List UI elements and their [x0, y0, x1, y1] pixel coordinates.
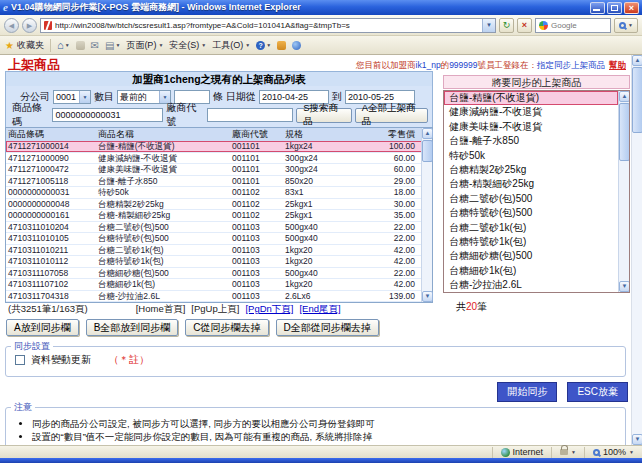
- all-products-button[interactable]: A全部上架商品: [355, 108, 428, 123]
- home-page-label: [Home首頁]: [136, 303, 186, 316]
- page-down-link[interactable]: [PgDn下頁]: [245, 303, 293, 316]
- table-row[interactable]: 0000000000161 台糖-精製細砂25kg 001102 25kgx1 …: [6, 210, 432, 222]
- tools-menu[interactable]: 工具(O)▼: [212, 39, 250, 52]
- list-item[interactable]: 台糖-精製細砂25kg: [444, 177, 618, 191]
- table-row[interactable]: 4711271000090 健康減納鹽-不收退貨 001101 300gx24 …: [6, 153, 432, 165]
- close-button[interactable]: ×: [624, 2, 639, 14]
- help-button[interactable]: ?▼: [256, 41, 271, 50]
- scroll-up-icon[interactable]: ▲: [632, 55, 642, 66]
- minimize-button[interactable]: [590, 2, 605, 14]
- sync-queue-listbox[interactable]: ▲ ▼ 台鹽-精鹽(不收退貨)健康減納鹽-不收退貨健康美味鹽-不收退貨台鹽-離子…: [443, 90, 630, 293]
- table-row[interactable]: 4710311704318 台糖-沙拉油2.6L 001103 2.6Lx6 1…: [6, 291, 432, 303]
- list-item[interactable]: 台糖特號砂(包)500: [444, 206, 618, 220]
- table-row[interactable]: 4710311010112 台糖特號砂1k(包) 001103 1kgx20 4…: [6, 256, 432, 268]
- table-row[interactable]: 4710311010204 台糖二號砂(包)500 001103 500gx40…: [6, 222, 432, 234]
- addon-icon-2: [292, 41, 301, 50]
- list-item[interactable]: 台糖細砂糖(包)500: [444, 249, 618, 263]
- list-item[interactable]: 台糖二號砂(包)500: [444, 192, 618, 206]
- forward-button[interactable]: ▶: [22, 18, 37, 33]
- table-row[interactable]: 4710311107058 台糖細砂糖(包)500 001103 500gx40…: [6, 268, 432, 280]
- favorites-button[interactable]: ★ 收藏夹: [5, 39, 44, 52]
- list-item[interactable]: 台糖特號砂1k(包): [444, 235, 618, 249]
- data-update-checkbox[interactable]: [15, 355, 25, 365]
- table-row[interactable]: 4711271000472 健康美味鹽-不收退貨 001101 300gx24 …: [6, 164, 432, 176]
- print-button[interactable]: ▤▼: [105, 40, 120, 51]
- mail-button[interactable]: ✉: [91, 40, 99, 51]
- scroll-down-icon[interactable]: ▼: [422, 291, 433, 302]
- search-products-button[interactable]: S搜索商品: [296, 108, 352, 123]
- table-row[interactable]: 0000000000048 台糖精製2砂25kg 001102 25kgx1 3…: [6, 199, 432, 211]
- products-table: 商品條碼 商品名稱 廠商代號 規格 零售價 4711271000014 台鹽-精…: [5, 127, 433, 303]
- esc-cancel-button[interactable]: ESC放棄: [567, 382, 628, 402]
- scroll-down-icon[interactable]: ▼: [619, 281, 630, 292]
- status-bar: Internet ▼ 100% ▼: [0, 445, 642, 458]
- page-up-label: [PgUp上頁]: [191, 303, 239, 316]
- vendor-input[interactable]: [207, 108, 294, 122]
- scroll-thumb[interactable]: [422, 140, 433, 162]
- refresh-button[interactable]: ↻: [499, 18, 514, 33]
- page-menu[interactable]: 页面(P)▼: [126, 39, 163, 52]
- search-button[interactable]: ▼: [614, 18, 638, 33]
- remove-all-from-sync-button[interactable]: D全部從同步欄去掉: [276, 319, 379, 336]
- scroll-up-icon[interactable]: ▲: [619, 91, 630, 102]
- table-row[interactable]: 4710311010105 台糖特號砂(包)500 001103 500gx40…: [6, 233, 432, 245]
- feeds-button[interactable]: [76, 41, 85, 50]
- back-button[interactable]: ◀: [4, 18, 19, 33]
- remove-from-sync-button[interactable]: C從同步欄去掉: [185, 319, 268, 336]
- list-item[interactable]: 台鹽-精鹽(不收退貨): [444, 91, 618, 105]
- address-dropdown-icon[interactable]: ▼: [482, 19, 495, 32]
- taskbar-edge: [0, 458, 642, 463]
- addon-button-1[interactable]: [277, 41, 286, 50]
- address-url: http://win2008/tw/btch/scsresult1.asp?fr…: [55, 21, 479, 30]
- table-scrollbar[interactable]: ▲ ▼: [421, 128, 432, 302]
- table-row[interactable]: 4710311107102 台糖細砂1k(包) 001103 1kgx20 42…: [6, 279, 432, 291]
- list-item[interactable]: 健康減納鹽-不收退貨: [444, 105, 618, 119]
- home-button[interactable]: ⌂▼: [57, 39, 70, 51]
- sync-queue-panel: 將要同步的上架商品 ▲ ▼ 台鹽-精鹽(不收退貨)健康減納鹽-不收退貨健康美味鹽…: [443, 75, 630, 314]
- barcode-input[interactable]: 0000000000031: [52, 108, 163, 122]
- scroll-down-icon[interactable]: ▼: [632, 434, 642, 445]
- zoom-control[interactable]: 100% ▼: [584, 447, 642, 458]
- page-menu-label: 页面(P): [126, 39, 156, 52]
- help-link[interactable]: 幫助: [609, 60, 626, 70]
- list-item[interactable]: 台糖細砂1k(包): [444, 264, 618, 278]
- list-item[interactable]: 台糖精製2砂25kg: [444, 163, 618, 177]
- addon-button-2[interactable]: [292, 41, 301, 50]
- mail-icon: ✉: [91, 40, 99, 51]
- table-row[interactable]: 4711271000014 台鹽-精鹽(不收退貨) 001101 1kgx24 …: [6, 141, 432, 153]
- scroll-thumb[interactable]: [632, 67, 642, 133]
- listbox-scrollbar[interactable]: ▲ ▼: [618, 91, 629, 292]
- scroll-thumb[interactable]: [619, 103, 630, 161]
- branch-select[interactable]: 0001▼: [53, 90, 91, 104]
- protected-mode-indicator[interactable]: ▼: [551, 447, 584, 458]
- list-item[interactable]: 特砂50k: [444, 149, 618, 163]
- list-item[interactable]: 台鹽-離子水850: [444, 134, 618, 148]
- restore-button[interactable]: [607, 2, 622, 14]
- table-row[interactable]: 0000000000031 特砂50k 001102 83x1 18.00: [6, 187, 432, 199]
- list-item[interactable]: 台糖-沙拉油2.6L: [444, 278, 618, 292]
- product-list-panel: 加盟商1cheng之現有的上架商品列表 分公司 0001▼ 數目 最前的▼ 條 …: [5, 71, 433, 303]
- table-row[interactable]: 4710311010211 台糖二號砂1k(包) 001103 1kgx20 4…: [6, 245, 432, 257]
- list-item[interactable]: 台糖二號砂1k(包): [444, 221, 618, 235]
- add-all-to-sync-button[interactable]: B全部放到同步欄: [86, 319, 179, 336]
- navigation-bar: ◀ ▶ http://win2008/tw/btch/scsresult1.as…: [0, 15, 642, 36]
- start-sync-button[interactable]: 開始同步: [497, 382, 557, 402]
- note-marker: （＊註）: [109, 353, 149, 367]
- count-select[interactable]: 最前的▼: [117, 90, 171, 104]
- scroll-up-icon[interactable]: ▲: [422, 128, 433, 139]
- address-bar[interactable]: http://win2008/tw/btch/scsresult1.asp?fr…: [40, 18, 496, 33]
- print-icon: ▤: [105, 40, 114, 51]
- add-to-sync-button[interactable]: A放到同步欄: [6, 319, 79, 336]
- stop-button[interactable]: ×: [517, 18, 532, 33]
- col-price: 零售價: [347, 128, 421, 141]
- table-row[interactable]: 4711271005118 台鹽-離子水850 001101 850x20 29…: [6, 176, 432, 188]
- list-item[interactable]: 健康美味鹽-不收退貨: [444, 120, 618, 134]
- safety-menu[interactable]: 安全(S)▼: [169, 39, 206, 52]
- end-page-link[interactable]: [End尾頁]: [299, 303, 340, 316]
- search-box[interactable]: Google: [535, 18, 611, 33]
- search-placeholder: Google: [551, 21, 577, 30]
- magnifier-icon: [619, 22, 626, 29]
- page-scrollbar[interactable]: ▲ ▼: [631, 55, 642, 445]
- feed-icon: [76, 41, 85, 50]
- favorites-label: 收藏夹: [17, 39, 44, 52]
